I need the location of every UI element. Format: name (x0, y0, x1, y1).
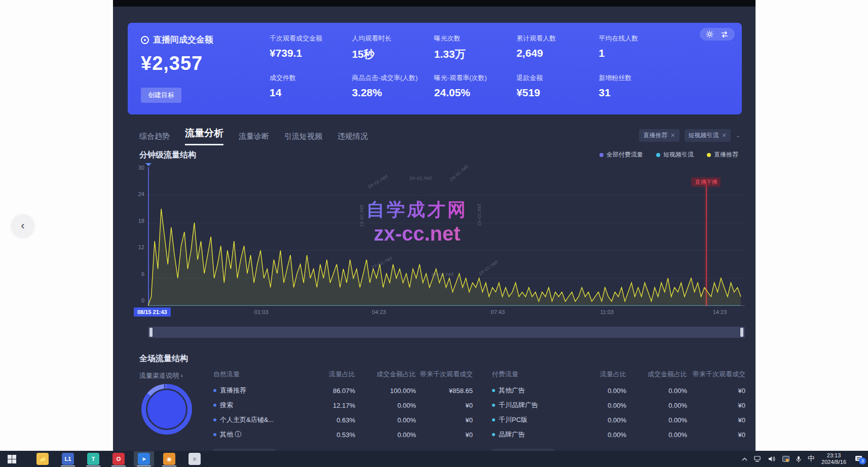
gmv-share-cell: 0.00% (355, 402, 416, 409)
remove-tag-icon[interactable]: ✕ (722, 132, 727, 139)
legend-item[interactable]: 短视频引流 (656, 150, 694, 159)
ime-indicator[interactable]: 中 (808, 454, 815, 463)
table-row: 搜索12.17%0.00%¥0 (213, 401, 473, 410)
app-orange-glyph: ◉ (163, 453, 175, 465)
metric-label: 新增粉丝数 (599, 73, 681, 83)
channel-name: 直播推荐 (220, 386, 246, 395)
filter-chevron-down-icon[interactable]: ⌄ (736, 132, 740, 139)
legend-item[interactable]: 全部付费流量 (599, 150, 643, 159)
swap-icon[interactable] (721, 31, 729, 38)
paid-traffic-table: 付费流量流量占比成交金额占比带来千次观看成交其他广告0.00%0.00%¥0千川… (492, 370, 745, 461)
traffic-share-cell: 0.00% (573, 402, 626, 409)
slider-handle-left[interactable] (149, 328, 153, 337)
network-icon[interactable] (754, 456, 762, 462)
tray-chevron-up-icon[interactable] (742, 457, 747, 461)
carousel-back-button[interactable]: ‹ (11, 214, 34, 238)
legend-item[interactable]: 直播推荐 (707, 150, 738, 159)
create-goal-button[interactable]: 创建目标 (141, 88, 181, 103)
windows-logo-icon (8, 455, 16, 463)
main-metric-value: ¥2,357 (141, 53, 213, 74)
x-tick-label: 11:03 (600, 309, 614, 315)
metric-value: 2,649 (516, 47, 598, 59)
column-header: 成交金额占比 (355, 370, 416, 379)
gmv-share-cell: 0.00% (355, 431, 416, 439)
app-explorer-glyph: 📁 (36, 453, 49, 465)
traffic-line-chart[interactable]: 直播下播 (148, 167, 745, 306)
chart-title: 分钟级流量结构 (139, 150, 196, 161)
column-header: 带来千次观看成交 (687, 370, 745, 379)
column-header: 带来千次观看成交 (416, 370, 473, 379)
start-button[interactable] (0, 451, 23, 467)
main-metric-label-row: 直播间成交金额 (141, 34, 213, 46)
metric-value: 3.28% (352, 87, 434, 99)
channel-explain-link[interactable]: 流量渠道说明 › (139, 371, 183, 380)
remove-tag-icon[interactable]: ✕ (670, 132, 675, 139)
app-t-glyph: T (87, 453, 99, 465)
legend-dot-icon (707, 153, 711, 157)
gpm-cell: ¥0 (687, 402, 745, 409)
y-tick-label: 0 (132, 297, 144, 303)
app-red-glyph: O (112, 453, 125, 465)
metric-label: 千次观看成交金额 (270, 34, 352, 43)
tab-综合趋势[interactable]: 综合趋势 (139, 132, 170, 145)
tab-引流短视频[interactable]: 引流短视频 (284, 132, 322, 145)
datazoom-slider[interactable] (148, 327, 745, 338)
gpm-cell: ¥0 (687, 416, 745, 424)
table-row: 其他 ⓘ0.53%0.00%¥0 (213, 430, 473, 439)
metric-label: 商品点击-成交率(人数) (352, 73, 434, 83)
microphone-icon[interactable] (796, 456, 801, 462)
app-t-taskbar-icon[interactable]: T (83, 451, 103, 466)
channel-name-cell: 直播推荐 (213, 386, 299, 395)
tab-违规情况[interactable]: 违规情况 (337, 132, 368, 145)
traffic-share-cell: 0.53% (299, 431, 355, 439)
metric-value: 1 (599, 47, 681, 59)
analysis-tabs: 综合趋势流量分析流量诊断引流短视频违规情况 (139, 127, 368, 145)
filter-tag[interactable]: 短视频引流✕ (685, 129, 731, 142)
tab-流量诊断[interactable]: 流量诊断 (239, 132, 269, 145)
channel-name-cell: 千川PC版 (492, 415, 573, 424)
x-tick-label: 04:23 (372, 309, 386, 315)
gear-icon[interactable] (706, 30, 713, 38)
tab-流量分析[interactable]: 流量分析 (185, 127, 223, 145)
channel-dot-icon (492, 404, 495, 407)
metric-label: 曝光-观看率(次数) (434, 73, 516, 83)
traffic-share-cell: 0.00% (573, 387, 626, 395)
gmv-share-cell: 0.00% (626, 402, 687, 409)
metric-cell: 曝光次数1.33万 (434, 34, 516, 61)
media-app-tray-icon[interactable] (782, 456, 789, 462)
speaker-icon[interactable] (768, 456, 776, 462)
app-l1-taskbar-icon[interactable]: L1 (58, 451, 78, 466)
table-row: 千川品牌广告0.00%0.00%¥0 (492, 401, 745, 410)
notification-center-icon[interactable]: 3 (855, 455, 863, 462)
app-red-taskbar-icon[interactable]: O (108, 451, 129, 466)
channel-name: 千川PC版 (499, 415, 527, 424)
x-tick-label: 14:23 (713, 309, 727, 315)
app-notepad-taskbar-icon[interactable]: ≡ (184, 451, 205, 466)
metric-value: 31 (599, 87, 681, 99)
metric-value: 15秒 (352, 47, 434, 61)
column-header: 付费流量 (492, 370, 573, 379)
metric-cell: 新增粉丝数31 (599, 73, 681, 99)
table-header-row: 自然流量流量占比成交金额占比带来千次观看成交 (213, 370, 473, 379)
legend-dot-icon (656, 153, 660, 157)
metric-label: 人均观看时长 (352, 34, 434, 43)
gpm-cell: ¥858.65 (416, 387, 473, 395)
metric-cell: 退款金额¥519 (516, 73, 598, 99)
table-row: 品牌广告0.00%0.00%¥0 (492, 430, 745, 439)
table-row: 个人主页&店铺&...0.63%0.00%¥0 (213, 415, 473, 424)
app-pointer-taskbar-icon[interactable]: ➤ (134, 451, 154, 466)
channel-dot-icon (213, 418, 216, 421)
filter-tag[interactable]: 直播推荐✕ (639, 129, 679, 142)
app-explorer-taskbar-icon[interactable]: 📁 (32, 451, 53, 466)
slider-handle-right[interactable] (740, 328, 743, 337)
app-orange-taskbar-icon[interactable]: ◉ (159, 451, 179, 466)
structure-section-title: 全场流量结构 (139, 354, 188, 364)
metric-value: 1.33万 (434, 47, 516, 61)
column-header: 流量占比 (573, 370, 626, 379)
clock[interactable]: 23:13 2024/8/16 (821, 452, 846, 465)
y-tick-label: 18 (132, 218, 144, 224)
notification-badge: 3 (859, 457, 866, 464)
traffic-donut-chart[interactable] (141, 384, 192, 435)
channel-filters: 直播推荐✕短视频引流✕⌄ (639, 129, 740, 142)
channel-name-cell: 个人主页&店铺&... (213, 415, 299, 424)
